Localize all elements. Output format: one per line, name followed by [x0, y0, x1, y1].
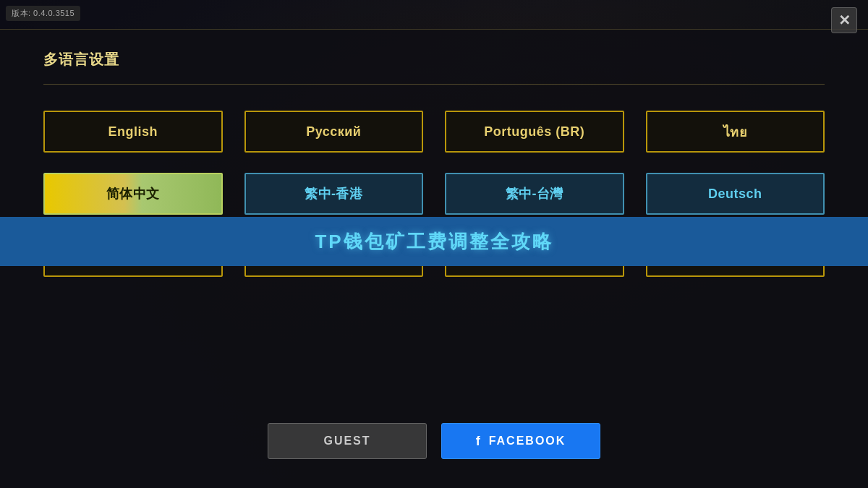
dialog-header: 多语言设置 [43, 30, 825, 85]
promo-banner: TP钱包矿工费调整全攻略 [0, 217, 868, 266]
lang-btn-deutsch[interactable]: Deutsch [646, 173, 825, 215]
facebook-label: FACEBOOK [489, 435, 566, 448]
guest-login-button[interactable]: GUEST [268, 423, 427, 459]
dialog-title: 多语言设置 [43, 50, 825, 69]
lang-btn-trad-tw[interactable]: 繁中-台灣 [445, 173, 624, 215]
lang-btn-english[interactable]: English [43, 111, 223, 153]
lang-btn-trad-hk[interactable]: 繁中-香港 [244, 173, 424, 215]
login-buttons-area: GUEST f FACEBOOK [0, 416, 868, 488]
close-button[interactable]: ✕ [831, 7, 857, 33]
banner-text: TP钱包矿工费调整全攻略 [315, 229, 553, 254]
lang-btn-russian[interactable]: Русский [244, 111, 424, 153]
version-badge: 版本: 0.4.0.3515 [6, 6, 80, 21]
lang-btn-simp-zh[interactable]: 简体中文 [43, 173, 223, 215]
lang-btn-portuguese[interactable]: Português (BR) [445, 111, 624, 153]
facebook-login-button[interactable]: f FACEBOOK [441, 423, 600, 459]
lang-btn-thai[interactable]: ไทย [646, 111, 825, 153]
facebook-icon: f [476, 434, 482, 449]
